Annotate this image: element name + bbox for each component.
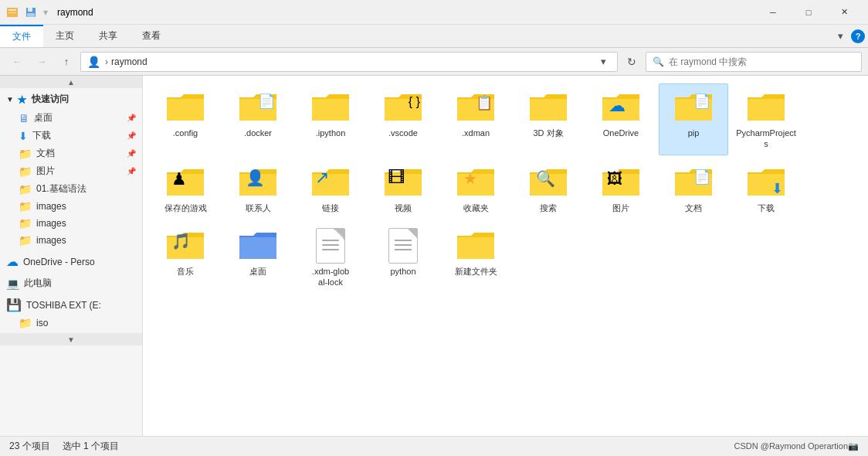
address-path: raymond [111,56,595,67]
desktop-icon: 🖥 [19,112,29,124]
file-item-python[interactable]: python [368,222,438,294]
folder-icon-xdman: 📋 [457,89,494,126]
help-button[interactable]: ? [851,29,865,43]
address-user-icon: 👤 [87,56,100,68]
file-item-pip[interactable]: 📄 pip [659,83,728,155]
sidebar-scroll-down[interactable]: ▼ [0,333,142,345]
file-item-pycharm[interactable]: PycharmProjects [731,83,801,155]
file-item-3d[interactable]: 3D 对象 [514,83,583,155]
file-item-favorites[interactable]: ★ 收藏夹 [441,158,510,219]
sidebar-images2-label: images [36,218,66,229]
tab-share[interactable]: 共享 [86,25,130,47]
search-box[interactable]: 🔍 [646,52,862,72]
file-item-xdman[interactable]: 📋 .xdman [441,83,510,155]
sidebar-item-documents[interactable]: 📁 文档 📌 [0,145,142,162]
file-item-pictures[interactable]: 🖼 图片 [586,158,656,219]
sidebar-item-images3[interactable]: 📁 images [0,232,142,249]
search-input[interactable] [669,56,855,67]
file-item-vscode[interactable]: { } .vscode [368,83,438,155]
folder-icon-01: 📁 [19,183,32,196]
sidebar-toshiba-label: TOSHIBA EXT (E: [26,300,101,311]
file-item-links[interactable]: ↗ 链接 [296,158,365,219]
close-button[interactable]: ✕ [826,0,862,25]
svg-rect-11 [312,99,349,121]
download-icon: ⬇ [19,130,28,142]
file-item-music[interactable]: 🎵 音乐 [151,222,220,294]
folder-icon-onedrive: ☁ [602,89,639,126]
address-dropdown-button[interactable]: ▾ [595,53,611,71]
sidebar-item-iso[interactable]: 📁 iso [0,315,142,332]
file-label: pip [688,128,700,138]
sidebar-pictures-label: 图片 [36,165,55,178]
file-item-config[interactable]: .config [151,83,220,155]
file-item-videos[interactable]: 🎞 视频 [368,158,438,219]
folder-icon-iso: 📁 [19,317,32,329]
file-label: 保存的游戏 [164,202,207,213]
file-item-new-folder[interactable]: 新建文件夹 [441,222,510,294]
back-button[interactable]: ← [6,51,28,73]
sidebar-item-onedrive[interactable]: ☁ OneDrive - Perso [0,252,142,271]
selected-count: 选中 1 个项目 [63,440,119,453]
save-icon[interactable] [25,6,37,19]
quick-access-label: 快速访问 [32,93,69,106]
titlebar-left: ▾ raymond [6,6,93,19]
search-icon: 🔍 [653,56,664,67]
file-item-documents[interactable]: 📄 文档 [659,158,728,219]
svg-rect-2 [8,12,16,13]
files-grid: .config 📄 .docker .ipython [151,83,860,293]
sidebar-item-images1[interactable]: 📁 images [0,198,142,215]
file-item-desktop[interactable]: 桌面 [223,222,293,294]
sidebar-onedrive-label: OneDrive - Perso [23,257,95,267]
sidebar-item-images2[interactable]: 📁 images [0,215,142,232]
qat-icon [6,6,19,19]
folder-icon-downloads: ⬇ [748,164,785,201]
file-item-xdm-lock[interactable]: .xdm-global-lock [296,222,365,294]
ribbon-collapse-btn[interactable]: ▾ [832,29,848,44]
sidebar-desktop-label: 桌面 [34,111,53,124]
maximize-button[interactable]: □ [791,0,826,25]
sidebar-quick-access-header[interactable]: ▼ ★ 快速访问 [0,90,142,109]
file-label: .ipython [316,128,346,138]
tab-view[interactable]: 查看 [130,25,173,47]
minimize-button[interactable]: ─ [755,0,791,25]
sidebar-item-toshiba[interactable]: 💾 TOSHIBA EXT (E: [0,295,142,315]
documents-icon: 📁 [19,148,32,160]
folder-icon-new [457,227,494,264]
expand-arrow: ▼ [6,95,14,104]
tab-home[interactable]: 主页 [43,25,86,47]
svg-rect-1 [8,9,16,11]
sidebar-item-downloads[interactable]: ⬇ 下载 📌 [0,127,142,145]
tab-file[interactable]: 文件 [0,25,43,47]
sidebar-item-thispc[interactable]: 💻 此电脑 [0,274,142,292]
sidebar-item-pictures[interactable]: 📁 图片 📌 [0,162,142,180]
folder-icon-links: ↗ [312,164,349,201]
file-item-search[interactable]: 🔍 搜索 [514,158,583,219]
refresh-button[interactable]: ↻ [621,51,643,73]
file-item-docker[interactable]: 📄 .docker [223,83,293,155]
file-item-games[interactable]: ♟ 保存的游戏 [151,158,220,219]
address-box[interactable]: 👤 › raymond ▾ [80,52,618,72]
sidebar-item-desktop[interactable]: 🖥 桌面 📌 [0,109,142,127]
forward-button[interactable]: → [31,51,53,73]
svg-rect-45 [239,237,276,259]
file-item-onedrive[interactable]: ☁ OneDrive [586,83,656,155]
sidebar-scroll-up[interactable]: ▲ [0,76,142,88]
file-label: 视频 [395,202,412,213]
file-item-contacts[interactable]: 👤 联系人 [223,158,293,219]
sidebar-item-01[interactable]: 📁 01.基础语法 [0,180,142,198]
statusbar-watermark: CSDN @Raymond Operartion📷 [734,441,860,451]
file-item-downloads[interactable]: ⬇ 下载 [731,158,801,219]
file-item-ipython[interactable]: .ipython [296,83,365,155]
folder-icon-docker: 📄 [239,89,276,126]
pin-icon2: 📌 [127,131,136,140]
sidebar: ▲ ▼ ★ 快速访问 🖥 桌面 📌 ⬇ 下载 📌 📁 文档 📌 [0,76,143,436]
file-label: 新建文件夹 [455,266,497,277]
folder-icon-pictures: 🖼 [602,164,639,201]
file-label: .config [173,128,198,138]
sidebar-thispc-label: 此电脑 [24,277,52,290]
up-button[interactable]: ↑ [56,51,77,73]
item-count: 23 个项目 [9,440,50,453]
folder-icon-config [167,89,204,126]
sidebar-01-label: 01.基础语法 [36,182,86,196]
sidebar-quick-access: ▼ ★ 快速访问 🖥 桌面 📌 ⬇ 下载 📌 📁 文档 📌 📁 图片 [0,88,142,250]
